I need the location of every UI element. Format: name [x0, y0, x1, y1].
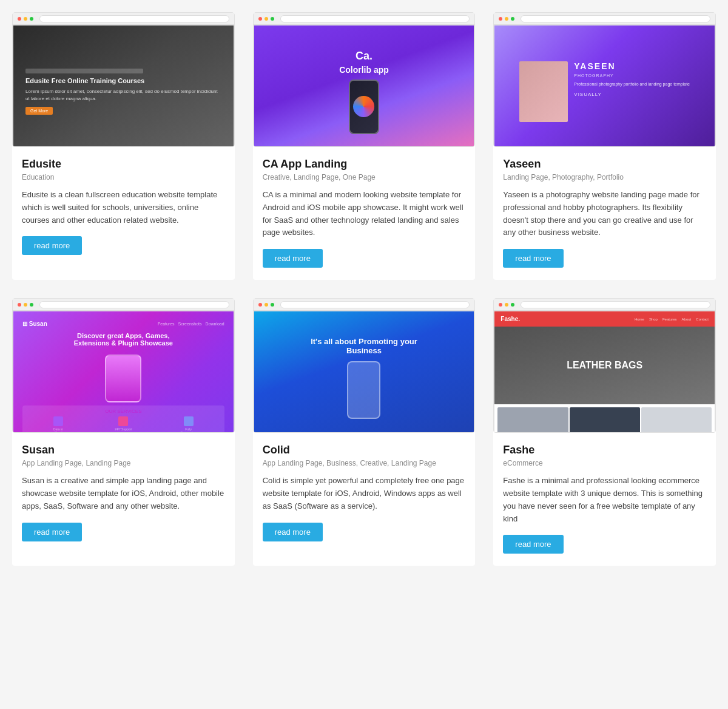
read-more-button-colid[interactable]: read more	[263, 523, 323, 541]
ss-yaseen-photo	[519, 61, 568, 122]
ss-edusite-title: Edusite Free Online Training Courses	[25, 77, 221, 84]
read-more-button-fashe[interactable]: read more	[503, 535, 563, 554]
ss-icon-box-2	[118, 416, 128, 426]
dot-green-5	[271, 303, 274, 307]
ss-yaseen-sub: PHOTOGRAPHY	[574, 73, 690, 78]
card-ca: Ca. Colorlib app CA App Landing Creative…	[253, 12, 476, 280]
ss-yaseen-desc: Professional photography portfolio and l…	[574, 81, 690, 88]
card-content-fashe: Fashe eCommerce Fashe is a minimal and p…	[493, 433, 716, 566]
dot-green-1	[30, 17, 33, 21]
card-edusite: Edusite Free Online Training Courses Lor…	[12, 12, 235, 280]
browser-url-5	[280, 301, 470, 308]
read-more-button-yaseen[interactable]: read more	[503, 249, 563, 268]
dot-red-1	[18, 17, 21, 21]
ss-susan-nav-1: Features	[158, 322, 175, 326]
card-title-yaseen: Yaseen	[503, 158, 706, 171]
dot-yellow-3	[505, 17, 508, 21]
ss-susan-icon-3: Fully Responsive	[180, 416, 198, 432]
card-content-edusite: Edusite Education Edusite is a clean ful…	[12, 147, 235, 267]
screenshot-image-fashe: Fashe. Home Shop Features About Contact …	[494, 311, 715, 432]
dot-green-3	[511, 17, 514, 21]
ss-ca-heading: Colorlib app	[339, 65, 389, 75]
ss-fashe-nav: Home Shop Features About Contact	[635, 317, 709, 321]
screenshot-image-yaseen: YASEEN PHOTOGRAPHY Professional photogra…	[494, 25, 715, 146]
screenshot-image-edusite: Edusite Free Online Training Courses Lor…	[13, 25, 234, 146]
ss-fashe-nav-contact: Contact	[696, 317, 709, 321]
ss-fashe-product-watches: WATCHES	[570, 407, 640, 432]
ss-edusite-btn: Get More	[25, 107, 53, 115]
browser-url-1	[39, 15, 229, 22]
card-content-ca: CA App Landing Creative, Landing Page, O…	[253, 147, 476, 280]
screenshot-image-ca: Ca. Colorlib app	[254, 25, 475, 146]
ss-susan-icon-1: Data in Cloud	[49, 416, 67, 432]
card-desc-fashe: Fashe is a minimal and professional look…	[503, 475, 706, 525]
screenshot-yaseen: YASEEN PHOTOGRAPHY Professional photogra…	[493, 12, 716, 147]
ss-icon-text-1: Data in Cloud	[49, 427, 67, 432]
ss-susan-nav-3: Download	[206, 322, 224, 326]
ss-fashe-logo: Fashe.	[500, 316, 520, 322]
card-desc-edusite: Edusite is a clean fullscreen education …	[22, 189, 225, 226]
screenshot-fashe: Fashe. Home Shop Features About Contact …	[493, 298, 716, 433]
ss-ca-circle	[353, 96, 374, 117]
ss-susan-icons: Data in Cloud 24/7 Support Fully Respons…	[25, 416, 221, 432]
card-fashe: Fashe. Home Shop Features About Contact …	[493, 298, 716, 566]
dot-red-2	[258, 17, 262, 21]
ss-yaseen-name: YASEEN	[574, 61, 690, 71]
dot-yellow-5	[265, 303, 268, 307]
dot-red-6	[499, 303, 502, 307]
ss-fashe-product-sunglasses: SUNGLASSES	[497, 407, 568, 432]
card-desc-susan: Susan is a creative and simple app landi…	[22, 475, 225, 512]
ss-ca-logo: Ca.	[356, 50, 372, 63]
card-categories-ca: Creative, Landing Page, One Page	[263, 173, 466, 181]
ss-ca-phone	[349, 80, 379, 134]
card-categories-edusite: Education	[22, 173, 225, 181]
dot-green-4	[30, 303, 33, 307]
card-title-ca: CA App Landing	[263, 158, 466, 171]
card-desc-colid: Colid is simple yet powerful and complet…	[263, 475, 466, 512]
browser-url-6	[521, 301, 710, 308]
dot-red-4	[18, 303, 21, 307]
ss-susan-top: ⊞ Susan Features Screenshots Download	[22, 321, 224, 327]
card-yaseen: YASEEN PHOTOGRAPHY Professional photogra…	[493, 12, 716, 280]
browser-chrome-3	[494, 13, 715, 25]
card-title-fashe: Fashe	[503, 444, 706, 456]
read-more-button-edusite[interactable]: read more	[22, 236, 82, 255]
ss-fashe-nav-home: Home	[635, 317, 644, 321]
ss-susan-services-title: OUR SERVICES	[25, 409, 221, 414]
ss-susan-nav: Features Screenshots Download	[158, 322, 224, 326]
screenshot-colid: It's all about Promoting yourBusiness	[253, 298, 476, 433]
ss-fashe-nav-about: About	[682, 317, 692, 321]
card-title-edusite: Edusite	[22, 158, 225, 171]
browser-url-4	[39, 301, 229, 308]
dot-red-5	[258, 303, 262, 307]
card-content-colid: Colid App Landing Page, Business, Creati…	[253, 433, 476, 553]
ss-susan-services: OUR SERVICES Data in Cloud 24/7 Support	[22, 405, 224, 432]
ss-icon-box-3	[184, 416, 194, 426]
card-desc-ca: CA is a minimal and modern looking websi…	[263, 189, 466, 239]
dot-green-6	[511, 303, 514, 307]
screenshot-image-colid: It's all about Promoting yourBusiness	[254, 311, 475, 432]
ss-yaseen-visually: VISUALLY	[574, 92, 690, 97]
card-categories-fashe: eCommerce	[503, 459, 706, 467]
ss-icon-text-2: 24/7 Support	[115, 427, 132, 431]
ss-susan-nav-2: Screenshots	[178, 322, 202, 326]
ss-icon-box-1	[53, 416, 63, 426]
card-colid: It's all about Promoting yourBusiness Co…	[253, 298, 476, 566]
screenshot-ca: Ca. Colorlib app	[253, 12, 476, 147]
card-categories-yaseen: Landing Page, Photography, Portfolio	[503, 173, 706, 181]
browser-url-3	[521, 15, 710, 22]
ss-susan-logo: ⊞ Susan	[22, 321, 47, 327]
card-title-colid: Colid	[263, 444, 466, 456]
browser-chrome-6	[494, 299, 715, 311]
ss-fashe-nav-shop: Shop	[649, 317, 658, 321]
ss-fashe-header: Fashe. Home Shop Features About Contact	[494, 311, 715, 327]
read-more-button-ca[interactable]: read more	[263, 249, 323, 268]
ss-colid-phone	[347, 361, 380, 419]
card-susan: ⊞ Susan Features Screenshots Download Di…	[12, 298, 235, 566]
card-title-susan: Susan	[22, 444, 225, 456]
card-categories-susan: App Landing Page, Landing Page	[22, 459, 225, 467]
card-categories-colid: App Landing Page, Business, Creative, La…	[263, 459, 466, 467]
read-more-button-susan[interactable]: read more	[22, 523, 82, 541]
template-grid: Edusite Free Online Training Courses Lor…	[12, 12, 716, 566]
ss-colid-heading: It's all about Promoting yourBusiness	[311, 337, 417, 355]
